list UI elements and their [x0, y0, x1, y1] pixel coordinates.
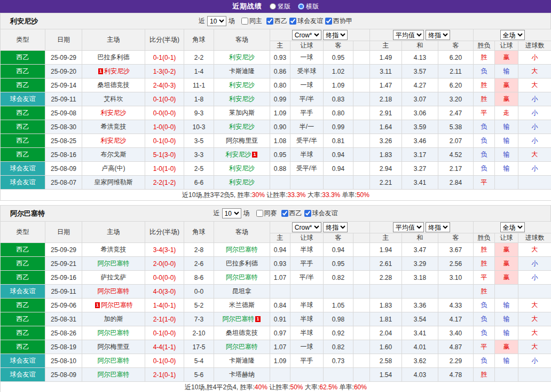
league-checkbox[interactable] — [281, 210, 288, 217]
odds-handicap: 半球 — [290, 243, 324, 257]
vertical-layout-radio[interactable] — [270, 3, 276, 10]
home-team-link[interactable]: 皇家阿维勒斯 — [95, 178, 133, 186]
away-team-link[interactable]: 昆坦拿 — [232, 287, 251, 295]
match-row: 西乙25-08-30希洪竞技1-0(0-0)10-3利安尼沙0.90半/一0.9… — [1, 120, 551, 134]
home-team-link[interactable]: 卢高(中) — [102, 164, 125, 172]
league-checkbox[interactable] — [325, 18, 332, 25]
odds-final-select[interactable]: 终指 — [323, 30, 348, 40]
spacer-cell — [353, 271, 370, 285]
odds-away: 0.95 — [324, 257, 353, 271]
home-team-link[interactable]: 利安尼沙 — [101, 109, 127, 116]
home-team-link[interactable]: 加的斯 — [104, 315, 123, 323]
match-date: 25-09-21 — [45, 257, 82, 271]
avg-draw: 3.36 — [402, 299, 438, 312]
avg-draw: 3.57 — [402, 65, 438, 79]
horizontal-layout-option[interactable]: 横版 — [298, 2, 319, 11]
away-team-link[interactable]: 利安尼沙 — [229, 178, 255, 186]
league-filter[interactable]: 球会友谊 — [304, 209, 338, 218]
away-team-link[interactable]: 利安尼沙 — [229, 95, 255, 103]
home-team-link[interactable]: 布尔戈斯 — [101, 151, 127, 158]
home-team-link[interactable]: 希洪竞技 — [101, 246, 127, 253]
average-select[interactable]: 平均值 — [393, 30, 424, 40]
same-filter-checkbox[interactable] — [256, 210, 263, 217]
away-team-link[interactable]: 莱加内斯 — [229, 109, 255, 116]
league-filter[interactable]: 西乙 — [266, 17, 287, 26]
home-team-link[interactable]: 萨拉戈萨 — [101, 273, 127, 281]
recent-count-select[interactable]: 10 — [222, 208, 241, 218]
scope-group-header: 全场 — [474, 29, 551, 41]
home-team-link[interactable]: 阿尔巴塞特 — [101, 301, 133, 309]
home-team-link[interactable]: 阿尔巴塞特 — [98, 287, 130, 295]
away-team-link[interactable]: 阿尔巴塞特 — [226, 273, 258, 281]
bookmaker-select[interactable]: Crow* — [292, 30, 321, 40]
match-filters: 近 10 场 同主 西乙球会友谊西协甲 — [199, 16, 352, 26]
average-final-select[interactable]: 终指 — [426, 30, 450, 40]
league-checkbox[interactable] — [266, 18, 273, 25]
home-team-link[interactable]: 阿尔梅里亚 — [98, 343, 130, 350]
same-filter-checkbox[interactable] — [241, 18, 248, 25]
home-team-link[interactable]: 阿尔巴塞特 — [98, 371, 130, 378]
match-date: 25-08-25 — [45, 134, 82, 148]
away-team-link[interactable]: 卡斯迪隆 — [229, 67, 255, 75]
home-team-link[interactable]: 利安尼沙 — [104, 67, 130, 75]
away-team-link[interactable]: 卡塔赫纳 — [229, 371, 255, 378]
away-team-link[interactable]: 阿尔巴塞特 — [226, 246, 258, 253]
away-team-link[interactable]: 利安尼沙 — [229, 53, 255, 61]
league-checkbox[interactable] — [289, 18, 296, 25]
bookmaker-select[interactable]: Crow* — [292, 222, 321, 232]
away-team-link[interactable]: 利安尼沙 — [225, 151, 251, 158]
home-team-link[interactable]: 利安尼沙 — [101, 137, 127, 144]
horizontal-layout-radio[interactable] — [298, 3, 304, 10]
league-label: 球会友谊 — [312, 209, 338, 218]
odds-handicap: 一球 — [290, 79, 324, 92]
home-team-link[interactable]: 桑坦德竞技 — [98, 81, 130, 89]
match-date: 25-09-14 — [45, 79, 82, 92]
league-filter[interactable]: 西协甲 — [325, 17, 352, 26]
match-scope-select[interactable]: 全场 — [500, 222, 525, 232]
home-team-link[interactable]: 阿尔巴塞特 — [98, 260, 130, 267]
same-filter[interactable]: 同主 — [241, 17, 262, 26]
home-team-link[interactable]: 艾科坎 — [104, 95, 123, 103]
match-date: 25-08-19 — [45, 340, 82, 354]
league-checkbox[interactable] — [304, 210, 311, 217]
odds-home: 0.84 — [270, 299, 290, 312]
away-team-link[interactable]: 卡斯迪隆 — [229, 357, 255, 364]
away-team-link[interactable]: 利安尼沙 — [229, 81, 255, 89]
spacer-cell — [353, 148, 370, 162]
league-filters: 西乙球会友谊西协甲 — [264, 17, 352, 26]
match-date: 25-08-09 — [45, 162, 82, 176]
away-team-link[interactable]: 阿尔梅里亚 — [226, 137, 258, 144]
odds-handicap: 一球 — [290, 340, 324, 354]
league-filter[interactable]: 球会友谊 — [289, 17, 323, 26]
away-team-link[interactable]: 利安尼沙 — [229, 164, 255, 172]
league-filter[interactable]: 西乙 — [281, 209, 302, 218]
col-date: 日期 — [45, 29, 82, 51]
average-select[interactable]: 平均值 — [393, 222, 424, 232]
match-score: 1-4(0-1) — [145, 299, 184, 312]
away-team-link[interactable]: 米兰德斯 — [229, 301, 255, 309]
recent-count-select[interactable]: 10 — [207, 16, 226, 26]
vertical-layout-option[interactable]: 竖版 — [270, 2, 290, 11]
corners: 10-3 — [184, 120, 214, 134]
same-filter[interactable]: 同赛 — [256, 209, 277, 218]
result-cell: 胜 — [474, 368, 495, 382]
match-score: 0-1(0-0) — [145, 92, 184, 106]
away-team-link[interactable]: 阿尔巴塞特 — [222, 315, 254, 323]
away-team-link[interactable]: 巴拉多利德 — [226, 260, 258, 267]
odds-away: 0.98 — [324, 312, 353, 326]
away-team-cell: 利安尼沙 — [214, 176, 270, 190]
odds-home: 0.95 — [270, 148, 290, 162]
home-team-link[interactable]: 巴拉多利德 — [98, 53, 130, 61]
average-final-select[interactable]: 终指 — [426, 222, 450, 232]
away-team-link[interactable]: 桑坦德竞技 — [226, 329, 258, 336]
match-scope-select[interactable]: 全场 — [500, 30, 525, 40]
away-team-link[interactable]: 利安尼沙 — [229, 123, 255, 130]
home-team-link[interactable]: 希洪竞技 — [101, 123, 127, 130]
home-team-link[interactable]: 阿尔巴塞特 — [98, 329, 130, 336]
home-team-link[interactable]: 阿尔巴塞特 — [98, 357, 130, 364]
away-team-link[interactable]: 阿尔巴塞特 — [226, 343, 258, 350]
away-team-cell: 利安尼沙 — [214, 120, 270, 134]
match-date: 25-09-08 — [45, 106, 82, 120]
match-row: 西乙25-08-19阿尔梅里亚4-4(1-1)17-5阿尔巴塞特1.07一球0.… — [1, 340, 551, 354]
odds-final-select[interactable]: 终指 — [323, 222, 348, 232]
